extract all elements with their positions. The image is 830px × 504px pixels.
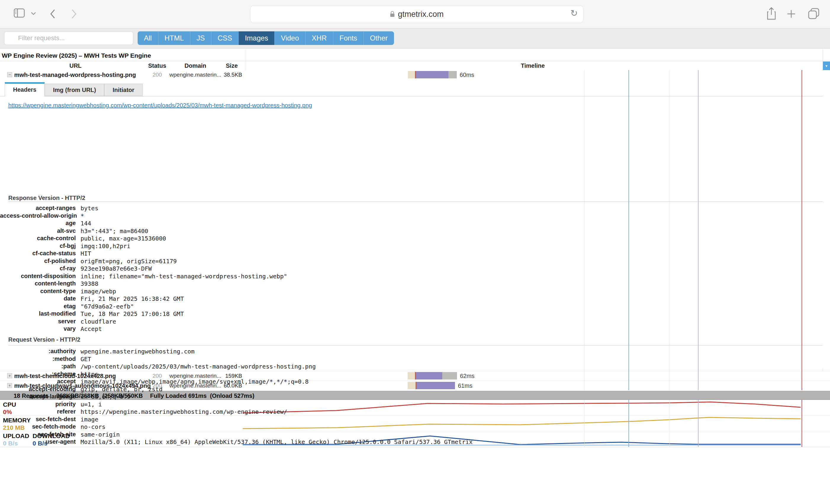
sidebar-toggle-icon[interactable] xyxy=(13,8,25,18)
header-key: referer xyxy=(0,408,76,415)
header-key: cache-control xyxy=(0,235,76,242)
header-value: Accept xyxy=(81,325,102,332)
header-row: :path/wp-content/uploads/2025/03/mwh-tes… xyxy=(0,363,770,371)
response-headers-list: accept-rangesbytesaccess-control-allow-o… xyxy=(0,205,770,333)
header-key: sec-fetch-mode xyxy=(0,423,76,430)
new-tab-icon[interactable] xyxy=(787,9,796,18)
column-header-size[interactable]: Size xyxy=(226,62,238,69)
header-value: origFmt=png, origSize=61179 xyxy=(81,258,177,265)
request-row[interactable]: −mwh-test-managed-wordpress-hosting.png2… xyxy=(0,70,830,79)
header-value: * xyxy=(81,212,84,220)
header-key: accept xyxy=(0,378,76,385)
filter-type-tabs: AllHTMLJSCSSImagesVideoXHRFontsOther xyxy=(138,31,394,45)
header-key: cf-bgj xyxy=(0,242,76,249)
column-header-status[interactable]: Status xyxy=(148,62,166,69)
header-key: cf-polished xyxy=(0,258,76,264)
request-status-cell: 200 xyxy=(145,72,169,78)
page-title: WP Engine Review (2025) – MWH Tests WP E… xyxy=(2,52,151,59)
header-row: content-length39388 xyxy=(0,280,770,288)
header-row: :methodGET xyxy=(0,356,770,363)
response-section-rule xyxy=(8,201,823,202)
filter-tab-js[interactable]: JS xyxy=(190,31,211,45)
header-key: user-agent xyxy=(0,438,76,445)
column-header-timeline[interactable]: Timeline xyxy=(521,62,545,69)
filter-requests-input[interactable] xyxy=(4,31,133,45)
header-row: content-typeimage/webp xyxy=(0,288,770,296)
header-row: last-modifiedTue, 18 Mar 2025 17:00:18 G… xyxy=(0,310,770,318)
filter-tab-other[interactable]: Other xyxy=(364,31,394,45)
timeline-options-dropdown[interactable]: ▼ xyxy=(823,62,830,70)
timing-bar[interactable] xyxy=(408,71,457,78)
header-row: accept-languageen-US,en;q=0.9 xyxy=(0,393,770,401)
filter-tab-all[interactable]: All xyxy=(138,31,158,45)
header-row: age144 xyxy=(0,220,770,228)
request-section-heading: Request Version - HTTP/2 xyxy=(8,336,80,343)
filter-tab-fonts[interactable]: Fonts xyxy=(333,31,364,45)
header-row: :authoritywpengine.masteringwebhosting.c… xyxy=(0,348,770,356)
header-value: u=1, i xyxy=(81,401,102,408)
header-value: image xyxy=(81,416,98,423)
header-value: wpengine.masteringwebhosting.com xyxy=(81,348,194,355)
header-key: cf-cache-status xyxy=(0,250,76,257)
header-value: image/avif,image/webp,image/apng,image/s… xyxy=(81,378,309,385)
gtmetrix-waterfall-window: gtmetrix.com ↻ AllHTMLJSCSSImagesVideoXH… xyxy=(0,0,830,504)
header-key: age xyxy=(0,220,76,227)
header-key: content-disposition xyxy=(0,273,76,279)
header-value: 923ee190a87e66e3-DFW xyxy=(81,265,152,272)
header-key: etag xyxy=(0,303,76,310)
header-value: bytes xyxy=(81,205,98,212)
filter-tab-html[interactable]: HTML xyxy=(158,31,190,45)
tab-overview-icon[interactable] xyxy=(807,8,820,20)
header-value: https xyxy=(81,371,98,378)
header-value: Fri, 21 Mar 2025 16:38:42 GMT xyxy=(81,295,184,302)
fully-loaded-line xyxy=(802,400,802,447)
filter-tab-video[interactable]: Video xyxy=(275,31,306,45)
header-key: server xyxy=(0,318,76,325)
header-value: image/webp xyxy=(81,288,116,295)
header-key: vary xyxy=(0,325,76,332)
header-value: "67d9a6a2-eefb" xyxy=(81,303,134,310)
header-key: access-control-allow-origin xyxy=(0,212,76,219)
detail-tab-headers[interactable]: Headers xyxy=(5,82,45,96)
reload-icon[interactable]: ↻ xyxy=(570,8,578,18)
header-row: cf-ray923ee190a87e66e3-DFW xyxy=(0,265,770,273)
request-url-link[interactable]: https://wpengine.masteringwebhosting.com… xyxy=(8,102,312,109)
detail-tab-initiator[interactable]: Initiator xyxy=(104,84,142,96)
request-detail-pane: HeadersImg (from URL)Initiator https://w… xyxy=(0,79,830,368)
timing-label: 60ms xyxy=(460,72,474,78)
selected-request-row-container: −mwh-test-managed-wordpress-hosting.png2… xyxy=(0,70,830,79)
detail-tab-img-from-url[interactable]: Img (from URL) xyxy=(45,84,104,96)
header-key: content-length xyxy=(0,280,76,287)
timing-segment-receiving xyxy=(448,71,457,78)
filter-tab-images[interactable]: Images xyxy=(238,31,275,45)
column-header-domain[interactable]: Domain xyxy=(184,62,206,69)
header-key: last-modified xyxy=(0,310,76,317)
header-key: :path xyxy=(0,363,76,370)
header-row: acceptimage/avif,image/webp,image/apng,i… xyxy=(0,378,770,386)
request-size-cell: 38.5KB xyxy=(207,72,242,78)
header-value: 39388 xyxy=(81,280,98,287)
header-value: /wp-content/uploads/2025/03/mwh-test-man… xyxy=(81,363,316,370)
back-button[interactable] xyxy=(50,9,56,19)
column-header-url[interactable]: URL xyxy=(69,62,82,69)
collapse-icon[interactable]: − xyxy=(7,72,12,77)
filter-tab-css[interactable]: CSS xyxy=(211,31,238,45)
header-key: cf-ray xyxy=(0,265,76,272)
header-value: en-US,en;q=0.9 xyxy=(81,393,131,400)
header-key: :method xyxy=(0,356,76,362)
header-row: cf-polishedorigFmt=png, origSize=61179 xyxy=(0,258,770,265)
waterfall-table-header: URL Status Domain Size Timeline ▼ xyxy=(0,61,830,71)
header-value: Tue, 18 Mar 2025 17:00:18 GMT xyxy=(81,310,184,317)
header-key: priority xyxy=(0,401,76,408)
header-key: :authority xyxy=(0,348,76,355)
header-row: accept-rangesbytes xyxy=(0,205,770,212)
filter-tab-xhr[interactable]: XHR xyxy=(306,31,333,45)
forward-button[interactable] xyxy=(71,9,77,19)
header-value: 144 xyxy=(81,220,91,227)
share-icon[interactable] xyxy=(767,7,776,20)
header-value: GET xyxy=(81,356,91,363)
header-row: content-dispositioninline; filename="mwh… xyxy=(0,273,770,280)
url-text: gtmetrix.com xyxy=(398,10,444,19)
address-bar[interactable]: gtmetrix.com ↻ xyxy=(250,5,583,23)
chevron-down-icon[interactable] xyxy=(31,12,36,15)
